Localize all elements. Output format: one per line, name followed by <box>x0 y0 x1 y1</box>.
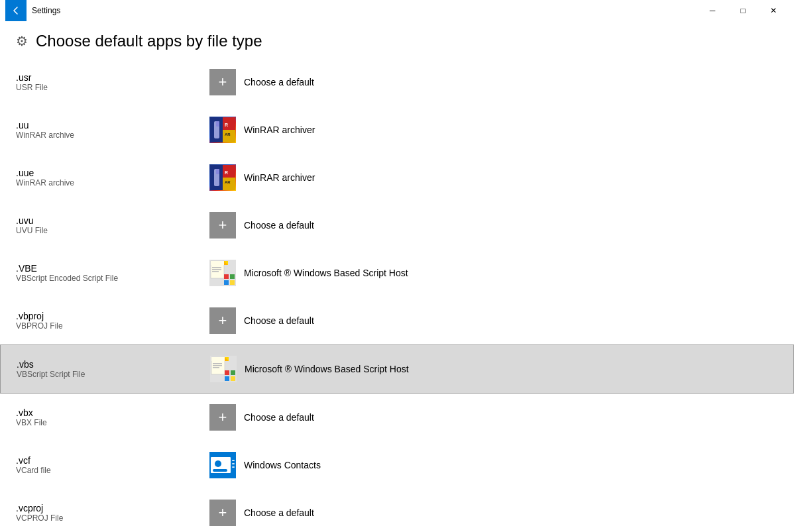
file-extension: .vbs <box>17 359 202 370</box>
file-extension: .vbx <box>16 407 201 418</box>
close-button[interactable]: ✕ <box>758 0 789 21</box>
svg-rect-22 <box>212 269 221 270</box>
file-description: VBPROJ File <box>16 321 201 331</box>
file-extension: .uu <box>16 120 201 131</box>
app-name: Windows Contacts <box>244 460 321 470</box>
app-name: Choose a default <box>244 77 314 87</box>
file-extension-col: .uueWinRAR archive <box>16 168 201 187</box>
file-extension-col: .vbxVBX File <box>16 407 201 427</box>
main-content: .usrUSR FileChoose a default.uuWinRAR ar… <box>0 58 794 532</box>
file-row: .vcprojVCPROJ FileChoose a default <box>0 489 794 532</box>
file-extension-col: .uvuUVU File <box>16 215 201 235</box>
file-row: .uueWinRAR archive R AR WinRAR archiver <box>0 154 794 201</box>
file-row: .uuWinRAR archive R AR WinRAR archiver <box>0 106 794 154</box>
svg-rect-5 <box>216 121 219 127</box>
file-description: VCPROJ File <box>16 513 201 523</box>
svg-rect-39 <box>231 370 235 375</box>
app-name: Choose a default <box>244 412 314 423</box>
svg-rect-28 <box>230 280 235 285</box>
file-extension-col: .vbsVBScript Script File <box>17 359 202 379</box>
app-name: Choose a default <box>244 220 314 231</box>
settings-icon: ⚙ <box>16 33 28 49</box>
svg-text:R: R <box>225 170 228 175</box>
file-description: VBScript Script File <box>17 370 202 379</box>
svg-rect-46 <box>232 460 235 461</box>
file-row: .usrUSR FileChoose a default <box>0 58 794 106</box>
maximize-button[interactable]: □ <box>728 0 758 21</box>
file-extension-col: .VBEVBScript Encoded Script File <box>16 263 201 283</box>
page-title: Choose default apps by file type <box>36 32 262 50</box>
app-selector[interactable]: R AR WinRAR archiver <box>201 159 778 196</box>
app-name: WinRAR archiver <box>244 125 315 135</box>
app-selector[interactable]: Microsoft ® Windows Based Script Host <box>202 350 777 388</box>
svg-rect-36 <box>213 367 219 368</box>
window-title: Settings <box>27 6 697 15</box>
file-row: .vcfVCard file Windows Contacts <box>0 441 794 489</box>
choose-default-icon <box>209 307 236 334</box>
file-description: WinRAR archive <box>16 131 201 140</box>
script-host-app-icon <box>209 260 236 286</box>
svg-rect-34 <box>213 363 222 364</box>
svg-rect-13 <box>216 169 219 174</box>
svg-rect-48 <box>232 466 235 468</box>
file-extension-col: .vcfVCard file <box>16 455 201 475</box>
app-selector[interactable]: Windows Contacts <box>201 447 778 484</box>
choose-default-icon <box>209 212 236 239</box>
app-selector[interactable]: Choose a default <box>201 494 778 531</box>
page-header: ⚙ Choose default apps by file type <box>0 21 794 58</box>
app-name: Choose a default <box>244 507 314 518</box>
file-extension-col: .vbprojVBPROJ File <box>16 311 201 331</box>
file-description: VBX File <box>16 418 201 427</box>
app-selector[interactable]: Choose a default <box>201 302 778 339</box>
app-selector[interactable]: Choose a default <box>201 64 778 101</box>
svg-rect-26 <box>230 274 235 279</box>
file-type-list: .usrUSR FileChoose a default.uuWinRAR ar… <box>0 58 794 532</box>
app-selector[interactable]: Microsoft ® Windows Based Script Host <box>201 254 778 292</box>
svg-rect-40 <box>225 376 229 381</box>
svg-rect-47 <box>232 463 235 464</box>
svg-rect-35 <box>213 365 222 366</box>
file-description: VCard file <box>16 466 201 475</box>
file-extension: .uvu <box>16 215 201 226</box>
app-selector[interactable]: Choose a default <box>201 399 778 436</box>
svg-point-44 <box>215 460 221 467</box>
svg-rect-25 <box>224 274 229 279</box>
title-bar: Settings ─ □ ✕ <box>0 0 794 21</box>
file-description: UVU File <box>16 226 201 235</box>
svg-rect-31 <box>211 357 225 361</box>
app-selector[interactable]: Choose a default <box>201 207 778 244</box>
file-extension-col: .uuWinRAR archive <box>16 120 201 140</box>
svg-rect-21 <box>212 267 221 268</box>
app-name: Choose a default <box>244 315 314 326</box>
file-row: .vbprojVBPROJ FileChoose a default <box>0 297 794 345</box>
app-name: Microsoft ® Windows Based Script Host <box>245 364 409 374</box>
file-row: .VBEVBScript Encoded Script File Microso… <box>0 249 794 297</box>
choose-default-icon <box>209 69 236 95</box>
svg-rect-23 <box>212 271 219 272</box>
app-selector[interactable]: R AR WinRAR archiver <box>201 111 778 148</box>
file-extension: .usr <box>16 72 201 83</box>
file-extension: .vcproj <box>16 503 201 513</box>
back-button[interactable] <box>5 0 27 21</box>
file-row: .vbxVBX FileChoose a default <box>0 394 794 441</box>
file-row: .vbsVBScript Script File Microsoft ® Win… <box>0 345 794 394</box>
file-extension-col: .usrUSR File <box>16 72 201 92</box>
svg-rect-45 <box>213 469 227 472</box>
contacts-app-icon <box>209 452 236 478</box>
svg-rect-41 <box>231 376 235 381</box>
choose-default-icon <box>209 500 236 526</box>
winrar-app-icon: R AR <box>209 117 236 143</box>
file-description: USR File <box>16 83 201 92</box>
file-extension: .vcf <box>16 455 201 466</box>
file-extension-col: .vcprojVCPROJ File <box>16 503 201 523</box>
script-host-app-icon <box>210 356 237 382</box>
minimize-button[interactable]: ─ <box>697 0 728 21</box>
svg-text:AR: AR <box>225 133 231 136</box>
app-name: WinRAR archiver <box>244 172 315 183</box>
window-controls: ─ □ ✕ <box>697 0 789 21</box>
file-description: VBScript Encoded Script File <box>16 274 201 283</box>
choose-default-icon <box>209 404 236 431</box>
svg-rect-18 <box>211 261 224 265</box>
file-extension: .vbproj <box>16 311 201 321</box>
file-extension: .VBE <box>16 263 201 274</box>
